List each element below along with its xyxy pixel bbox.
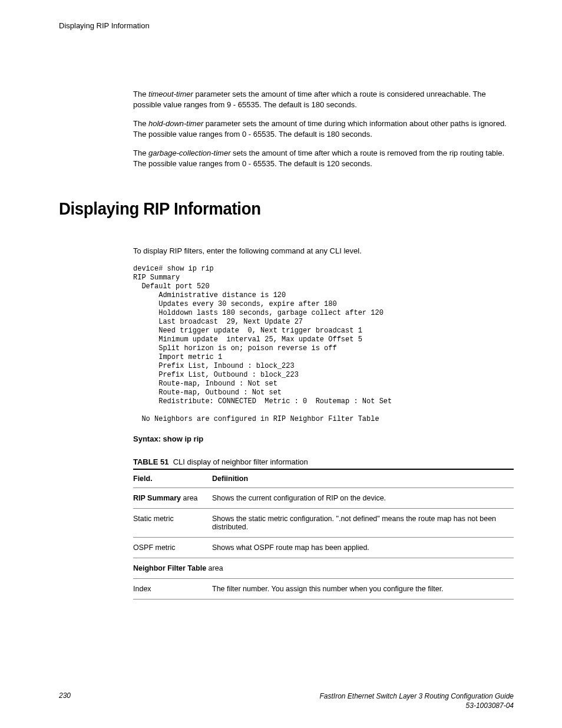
cell-definition: The filter number. You assign this numbe…: [212, 578, 514, 599]
cell-field: Index: [133, 578, 212, 599]
neighbor-filter-table: Field. Defiinition RIP Summary area Show…: [133, 469, 514, 599]
text: The: [133, 90, 148, 98]
table-row: Index The filter number. You assign this…: [133, 578, 514, 599]
text-bold: RIP Summary: [133, 494, 181, 502]
text: The: [133, 119, 148, 128]
text-bold: Neighbor Filter Table: [133, 564, 206, 572]
cli-output-block: device# show ip rip RIP Summary Default …: [133, 265, 514, 424]
col-header-definition: Defiinition: [212, 469, 514, 488]
cell-definition: Shows the current configuration of RIP o…: [212, 487, 514, 508]
table-caption: TABLE 51 CLI display of neighbor filter …: [133, 457, 514, 466]
doc-title: FastIron Ethernet Switch Layer 3 Routing…: [319, 692, 514, 700]
text: area: [181, 494, 198, 502]
text: area: [206, 564, 223, 572]
table-row: OSPF metric Shows what OSPF route map ha…: [133, 537, 514, 558]
col-header-field: Field.: [133, 469, 212, 488]
table-row: Neighbor Filter Table area: [133, 558, 514, 578]
page-number: 230: [59, 691, 71, 700]
table-header-row: Field. Defiinition: [133, 469, 514, 488]
running-header: Displaying RIP Information: [59, 21, 514, 30]
table-row: RIP Summary area Shows the current confi…: [133, 487, 514, 508]
doc-identifier: FastIron Ethernet Switch Layer 3 Routing…: [319, 691, 514, 710]
paragraph-garbage: The garbage-collection-timer sets the am…: [133, 148, 514, 169]
param-garbage-collection-timer: garbage-collection-timer: [148, 149, 230, 157]
table-row: Static metric Shows the static metric co…: [133, 508, 514, 537]
intro-text: To display RIP filters, enter the follow…: [133, 246, 514, 256]
cell-field: Static metric: [133, 508, 212, 537]
cell-definition: Shows the static metric configuration. "…: [212, 508, 514, 537]
table-number: TABLE 51: [133, 457, 168, 466]
page-footer: 230 FastIron Ethernet Switch Layer 3 Rou…: [59, 691, 514, 710]
paragraph-holddown: The hold-down-timer parameter sets the a…: [133, 118, 514, 140]
cell-field: RIP Summary area: [133, 487, 212, 508]
text: The: [133, 149, 148, 157]
cell-field: Neighbor Filter Table area: [133, 558, 514, 578]
section-heading: Displaying RIP Information: [59, 199, 477, 219]
table-caption-text: CLI display of neighbor filter informati…: [173, 457, 308, 466]
param-hold-down-timer: hold-down-timer: [148, 119, 203, 128]
syntax-line: Syntax: show ip rip: [133, 434, 514, 443]
param-timeout-timer: timeout-timer: [148, 90, 193, 98]
paragraph-timeout: The timeout-timer parameter sets the amo…: [133, 89, 514, 110]
cell-definition: Shows what OSPF route map has been appli…: [212, 537, 514, 558]
doc-number: 53-1003087-04: [466, 701, 514, 710]
cell-field: OSPF metric: [133, 537, 212, 558]
